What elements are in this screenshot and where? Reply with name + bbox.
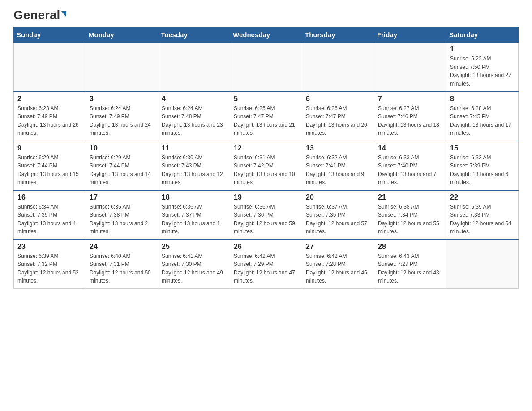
weekday-header-row: SundayMondayTuesdayWednesdayThursdayFrid… (14, 27, 519, 43)
calendar-week-row: 16Sunrise: 6:34 AMSunset: 7:39 PMDayligh… (14, 190, 519, 240)
day-number: 12 (234, 144, 298, 152)
calendar-cell: 19Sunrise: 6:36 AMSunset: 7:36 PMDayligh… (230, 190, 302, 240)
calendar-week-row: 9Sunrise: 6:29 AMSunset: 7:44 PMDaylight… (14, 141, 519, 190)
sun-info: Sunrise: 6:24 AMSunset: 7:48 PMDaylight:… (162, 104, 226, 137)
sun-info: Sunrise: 6:43 AMSunset: 7:27 PMDaylight:… (378, 252, 442, 285)
sun-info: Sunrise: 6:34 AMSunset: 7:39 PMDaylight:… (17, 203, 82, 236)
calendar-cell: 9Sunrise: 6:29 AMSunset: 7:44 PMDaylight… (14, 141, 86, 190)
logo: General (13, 9, 66, 22)
day-number: 27 (306, 243, 370, 251)
calendar-cell: 25Sunrise: 6:41 AMSunset: 7:30 PMDayligh… (158, 240, 230, 289)
calendar-cell (14, 43, 86, 92)
calendar-cell: 8Sunrise: 6:28 AMSunset: 7:45 PMDaylight… (446, 92, 519, 141)
page-header: General (13, 9, 519, 22)
day-number: 7 (378, 95, 442, 103)
calendar-cell: 21Sunrise: 6:38 AMSunset: 7:34 PMDayligh… (374, 190, 446, 240)
sun-info: Sunrise: 6:28 AMSunset: 7:45 PMDaylight:… (450, 104, 515, 137)
day-number: 3 (90, 95, 154, 103)
calendar-week-row: 23Sunrise: 6:39 AMSunset: 7:32 PMDayligh… (14, 240, 519, 289)
day-number: 9 (17, 144, 82, 152)
day-number: 21 (378, 193, 442, 201)
sun-info: Sunrise: 6:25 AMSunset: 7:47 PMDaylight:… (234, 104, 298, 137)
day-number: 17 (90, 193, 154, 201)
day-number: 6 (306, 95, 370, 103)
logo-general: General (13, 9, 66, 21)
sun-info: Sunrise: 6:22 AMSunset: 7:50 PMDaylight:… (450, 55, 515, 88)
calendar-cell (158, 43, 230, 92)
weekday-header-friday: Friday (374, 27, 446, 43)
calendar-cell: 28Sunrise: 6:43 AMSunset: 7:27 PMDayligh… (374, 240, 446, 289)
weekday-header-wednesday: Wednesday (230, 27, 302, 43)
day-number: 4 (162, 95, 226, 103)
day-number: 8 (450, 95, 515, 103)
weekday-header-thursday: Thursday (302, 27, 374, 43)
sun-info: Sunrise: 6:38 AMSunset: 7:34 PMDaylight:… (378, 203, 442, 236)
weekday-header-saturday: Saturday (446, 27, 519, 43)
sun-info: Sunrise: 6:27 AMSunset: 7:46 PMDaylight:… (378, 104, 442, 137)
calendar-cell: 1Sunrise: 6:22 AMSunset: 7:50 PMDaylight… (446, 43, 519, 92)
day-number: 11 (162, 144, 226, 152)
calendar-cell: 15Sunrise: 6:33 AMSunset: 7:39 PMDayligh… (446, 141, 519, 190)
calendar-cell (374, 43, 446, 92)
calendar-cell (302, 43, 374, 92)
calendar-cell: 10Sunrise: 6:29 AMSunset: 7:44 PMDayligh… (86, 141, 158, 190)
calendar-cell: 23Sunrise: 6:39 AMSunset: 7:32 PMDayligh… (14, 240, 86, 289)
weekday-header-sunday: Sunday (14, 27, 86, 43)
calendar-cell: 4Sunrise: 6:24 AMSunset: 7:48 PMDaylight… (158, 92, 230, 141)
calendar-cell: 20Sunrise: 6:37 AMSunset: 7:35 PMDayligh… (302, 190, 374, 240)
sun-info: Sunrise: 6:29 AMSunset: 7:44 PMDaylight:… (90, 154, 154, 187)
sun-info: Sunrise: 6:31 AMSunset: 7:42 PMDaylight:… (234, 154, 298, 187)
calendar-cell: 17Sunrise: 6:35 AMSunset: 7:38 PMDayligh… (86, 190, 158, 240)
day-number: 19 (234, 193, 298, 201)
day-number: 14 (378, 144, 442, 152)
calendar-cell: 24Sunrise: 6:40 AMSunset: 7:31 PMDayligh… (86, 240, 158, 289)
calendar-cell (86, 43, 158, 92)
calendar-cell: 3Sunrise: 6:24 AMSunset: 7:49 PMDaylight… (86, 92, 158, 141)
day-number: 25 (162, 243, 226, 251)
calendar-week-row: 1Sunrise: 6:22 AMSunset: 7:50 PMDaylight… (14, 43, 519, 92)
day-number: 24 (90, 243, 154, 251)
sun-info: Sunrise: 6:24 AMSunset: 7:49 PMDaylight:… (90, 104, 154, 137)
weekday-header-monday: Monday (86, 27, 158, 43)
sun-info: Sunrise: 6:36 AMSunset: 7:37 PMDaylight:… (162, 203, 226, 236)
sun-info: Sunrise: 6:41 AMSunset: 7:30 PMDaylight:… (162, 252, 226, 285)
day-number: 26 (234, 243, 298, 251)
sun-info: Sunrise: 6:36 AMSunset: 7:36 PMDaylight:… (234, 203, 298, 236)
weekday-header-tuesday: Tuesday (158, 27, 230, 43)
calendar-cell: 2Sunrise: 6:23 AMSunset: 7:49 PMDaylight… (14, 92, 86, 141)
calendar-cell: 18Sunrise: 6:36 AMSunset: 7:37 PMDayligh… (158, 190, 230, 240)
calendar-cell: 7Sunrise: 6:27 AMSunset: 7:46 PMDaylight… (374, 92, 446, 141)
calendar-cell: 11Sunrise: 6:30 AMSunset: 7:43 PMDayligh… (158, 141, 230, 190)
sun-info: Sunrise: 6:42 AMSunset: 7:29 PMDaylight:… (234, 252, 298, 285)
day-number: 2 (17, 95, 82, 103)
day-number: 20 (306, 193, 370, 201)
day-number: 5 (234, 95, 298, 103)
calendar-cell: 16Sunrise: 6:34 AMSunset: 7:39 PMDayligh… (14, 190, 86, 240)
calendar-cell: 12Sunrise: 6:31 AMSunset: 7:42 PMDayligh… (230, 141, 302, 190)
calendar-table: SundayMondayTuesdayWednesdayThursdayFrid… (13, 27, 519, 289)
calendar-cell: 26Sunrise: 6:42 AMSunset: 7:29 PMDayligh… (230, 240, 302, 289)
calendar-cell: 22Sunrise: 6:39 AMSunset: 7:33 PMDayligh… (446, 190, 519, 240)
sun-info: Sunrise: 6:33 AMSunset: 7:39 PMDaylight:… (450, 154, 515, 187)
sun-info: Sunrise: 6:42 AMSunset: 7:28 PMDaylight:… (306, 252, 370, 285)
day-number: 13 (306, 144, 370, 152)
sun-info: Sunrise: 6:37 AMSunset: 7:35 PMDaylight:… (306, 203, 370, 236)
sun-info: Sunrise: 6:39 AMSunset: 7:32 PMDaylight:… (17, 252, 82, 285)
sun-info: Sunrise: 6:29 AMSunset: 7:44 PMDaylight:… (17, 154, 82, 187)
calendar-cell: 14Sunrise: 6:33 AMSunset: 7:40 PMDayligh… (374, 141, 446, 190)
day-number: 23 (17, 243, 82, 251)
calendar-cell (446, 240, 519, 289)
sun-info: Sunrise: 6:40 AMSunset: 7:31 PMDaylight:… (90, 252, 154, 285)
calendar-cell (230, 43, 302, 92)
calendar-cell: 6Sunrise: 6:26 AMSunset: 7:47 PMDaylight… (302, 92, 374, 141)
day-number: 10 (90, 144, 154, 152)
calendar-cell: 27Sunrise: 6:42 AMSunset: 7:28 PMDayligh… (302, 240, 374, 289)
sun-info: Sunrise: 6:23 AMSunset: 7:49 PMDaylight:… (17, 104, 82, 137)
day-number: 1 (450, 45, 515, 53)
day-number: 28 (378, 243, 442, 251)
sun-info: Sunrise: 6:39 AMSunset: 7:33 PMDaylight:… (450, 203, 515, 236)
sun-info: Sunrise: 6:30 AMSunset: 7:43 PMDaylight:… (162, 154, 226, 187)
calendar-cell: 13Sunrise: 6:32 AMSunset: 7:41 PMDayligh… (302, 141, 374, 190)
sun-info: Sunrise: 6:33 AMSunset: 7:40 PMDaylight:… (378, 154, 442, 187)
day-number: 16 (17, 193, 82, 201)
